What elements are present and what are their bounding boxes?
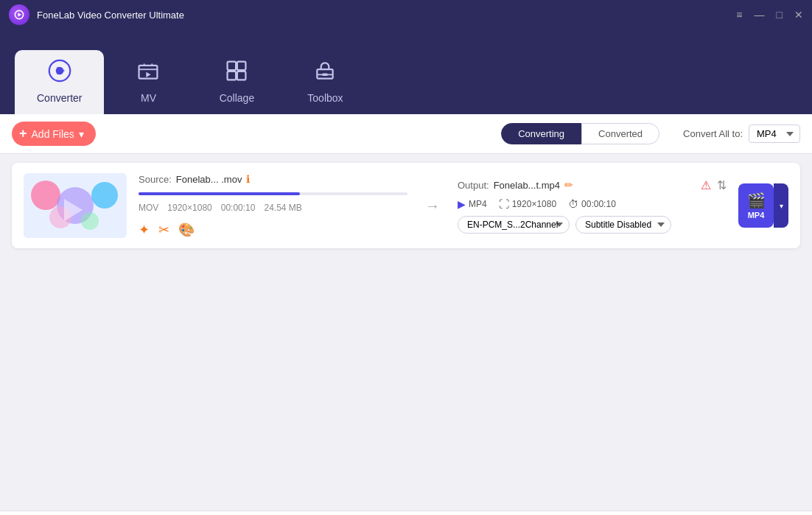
- file-source-info: Source: Fonelab... .mov ℹ MOV 1920×1080 …: [139, 173, 407, 238]
- bottombar: Save to: D:\FoneLab\FoneLab Vid...ter Ul…: [0, 511, 812, 515]
- converter-icon: [48, 59, 71, 88]
- format-badge[interactable]: 🎬 MP4: [738, 183, 774, 228]
- app-title: FoneLab Video Converter Ultimate: [37, 10, 736, 21]
- screen-icon: ⛶: [499, 198, 509, 210]
- svg-rect-9: [237, 71, 246, 80]
- window-controls: ≡ — □ ✕: [736, 9, 803, 21]
- svg-rect-12: [323, 74, 328, 77]
- clock-icon: ⏱: [568, 198, 578, 210]
- enhance-button[interactable]: ✦: [139, 222, 150, 238]
- plus-icon: +: [19, 126, 27, 141]
- svg-rect-5: [139, 66, 158, 79]
- effect-button[interactable]: 🎨: [178, 222, 195, 238]
- add-files-label: Add Files: [32, 128, 74, 140]
- tabbar: Converter MV Collage: [0, 29, 812, 114]
- main-content: Source: Fonelab... .mov ℹ MOV 1920×1080 …: [0, 154, 812, 511]
- cut-button[interactable]: ✂: [158, 222, 169, 238]
- toolbox-icon: [313, 59, 337, 88]
- tab-toolbox-label: Toolbox: [307, 92, 343, 104]
- output-stats: ▶ MP4 ⛶ 1920×1080 ⏱ 00:00:10: [458, 198, 727, 210]
- output-dropdowns: EN-PCM_S...2Channel Subtitle Disabled: [458, 216, 727, 234]
- edit-icon[interactable]: ✏: [564, 179, 573, 191]
- format-select[interactable]: MP4 MKV AVI MOV: [749, 125, 800, 143]
- tab-mv[interactable]: MV: [104, 50, 192, 114]
- format-badge-wrapper: 🎬 MP4 ▾: [738, 183, 788, 228]
- svg-rect-7: [237, 62, 246, 71]
- file-list: Source: Fonelab... .mov ℹ MOV 1920×1080 …: [0, 154, 812, 511]
- info-icon[interactable]: ℹ: [246, 173, 250, 185]
- tab-toolbox[interactable]: Toolbox: [281, 50, 369, 114]
- svg-marker-1: [18, 13, 21, 17]
- output-duration-stat: ⏱ 00:00:10: [568, 198, 616, 210]
- close-button[interactable]: ✕: [794, 9, 803, 21]
- source-label: Source:: [139, 174, 172, 185]
- file-size: 24.54 MB: [264, 203, 301, 213]
- file-thumbnail: [24, 173, 127, 238]
- output-name: Fonelab...t.mp4: [494, 180, 560, 191]
- audio-track-dropdown[interactable]: EN-PCM_S...2Channel: [458, 216, 570, 234]
- converted-tab-button[interactable]: Converted: [581, 123, 659, 144]
- converting-tab-button[interactable]: Converting: [501, 123, 581, 144]
- file-source-row: Source: Fonelab... .mov ℹ: [139, 173, 407, 185]
- maximize-button[interactable]: □: [777, 9, 783, 21]
- mv-icon: [136, 59, 160, 88]
- svg-point-16: [91, 182, 118, 209]
- progress-bar: [139, 192, 300, 195]
- add-files-dropdown-arrow[interactable]: ▾: [79, 128, 84, 140]
- tab-mv-label: MV: [141, 92, 156, 104]
- svg-rect-8: [228, 71, 237, 80]
- arrow-separator: →: [425, 197, 440, 214]
- tab-converter[interactable]: Converter: [15, 50, 104, 114]
- file-resolution: 1920×1080: [167, 203, 211, 213]
- titlebar: FoneLab Video Converter Ultimate ≡ — □ ✕: [0, 0, 812, 29]
- delete-button[interactable]: ⚠: [701, 178, 711, 192]
- tab-collage-label: Collage: [220, 92, 254, 104]
- svg-point-18: [81, 212, 99, 230]
- toolbar: + Add Files ▾ Converting Converted Conve…: [0, 114, 812, 154]
- minimize-button[interactable]: —: [755, 9, 765, 21]
- output-format: MP4: [469, 199, 487, 209]
- svg-rect-6: [228, 62, 237, 71]
- file-actions: ✦ ✂ 🎨: [139, 222, 407, 238]
- tab-converter-label: Converter: [37, 92, 82, 104]
- convert-all-to-label: Convert All to:: [683, 128, 743, 139]
- converting-tabs: Converting Converted: [501, 123, 659, 144]
- tab-collage[interactable]: Collage: [192, 50, 281, 114]
- output-duration: 00:00:10: [581, 199, 616, 209]
- output-resolution: 1920×1080: [512, 199, 556, 209]
- mp4-badge-icon: 🎬: [747, 192, 766, 209]
- menu-button[interactable]: ≡: [736, 9, 742, 21]
- collage-icon: [225, 59, 248, 88]
- output-format-stat: ▶ MP4: [458, 198, 487, 210]
- output-label: Output:: [458, 180, 489, 191]
- video-icon: ▶: [458, 198, 466, 210]
- app-logo: [9, 4, 29, 25]
- convert-all-to-section: Convert All to: MP4 MKV AVI MOV: [683, 125, 800, 143]
- output-info: Output: Fonelab...t.mp4 ✏ ⚠ ⇅ ▶ MP4: [458, 178, 727, 234]
- file-duration: 00:00:10: [221, 203, 256, 213]
- output-resolution-stat: ⛶ 1920×1080: [499, 198, 556, 210]
- output-action-icons: ⚠ ⇅: [701, 178, 727, 192]
- subtitle-dropdown[interactable]: Subtitle Disabled: [575, 216, 671, 234]
- file-item: Source: Fonelab... .mov ℹ MOV 1920×1080 …: [12, 163, 800, 248]
- svg-point-14: [31, 181, 60, 210]
- output-source-row: Output: Fonelab...t.mp4 ✏ ⚠ ⇅: [458, 178, 727, 192]
- mp4-badge-label: MP4: [748, 211, 765, 220]
- format-badge-dropdown[interactable]: ▾: [774, 183, 788, 228]
- file-format: MOV: [139, 203, 158, 213]
- source-name: Fonelab... .mov: [176, 174, 242, 185]
- progress-bar-container: [139, 192, 407, 195]
- swap-button[interactable]: ⇅: [717, 178, 727, 192]
- add-files-button[interactable]: + Add Files ▾: [12, 122, 96, 146]
- file-meta: MOV 1920×1080 00:00:10 24.54 MB: [139, 203, 407, 213]
